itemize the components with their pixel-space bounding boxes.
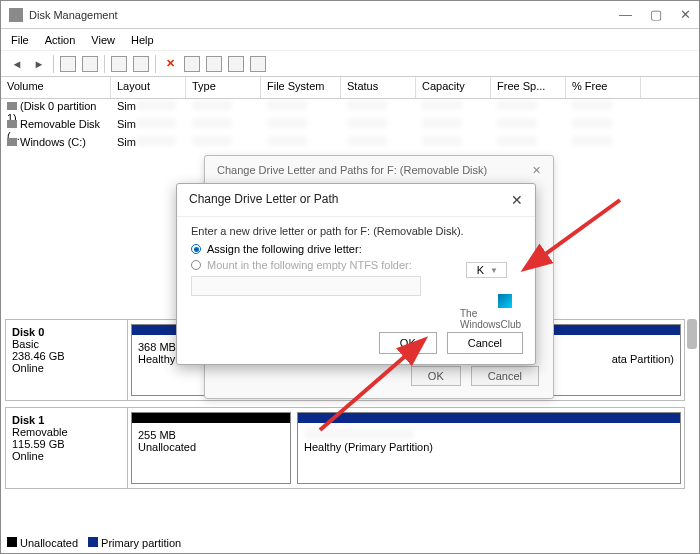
watermark-logo <box>498 294 512 308</box>
maximize-button[interactable]: ▢ <box>650 7 662 22</box>
inner-ok-button[interactable]: OK <box>379 332 437 354</box>
col-layout[interactable]: Layout <box>111 77 186 98</box>
toolbar-btn-6[interactable] <box>206 56 222 72</box>
outer-dialog-close-icon[interactable]: ✕ <box>532 164 541 177</box>
option-assign-letter[interactable]: Assign the following drive letter: <box>177 241 535 257</box>
mount-path-input <box>191 276 421 296</box>
col-filesystem[interactable]: File System <box>261 77 341 98</box>
change-letter-dialog: Change Drive Letter or Path ✕ Enter a ne… <box>176 183 536 365</box>
drive-letter-select[interactable]: K ▼ <box>466 262 507 278</box>
forward-icon[interactable]: ► <box>31 56 47 72</box>
menubar: File Action View Help <box>1 29 699 51</box>
outer-ok-button[interactable]: OK <box>411 366 461 386</box>
scrollbar-thumb[interactable] <box>687 319 697 349</box>
radio-mount[interactable] <box>191 260 201 270</box>
disk1-partition-unallocated[interactable]: 255 MB Unallocated <box>131 412 291 484</box>
volume-row[interactable]: (Disk 0 partition 1) Sim <box>1 99 699 117</box>
volume-row[interactable]: Windows (C:) Sim <box>1 135 699 153</box>
back-icon[interactable]: ◄ <box>9 56 25 72</box>
app-icon <box>9 8 23 22</box>
toolbar: ◄ ► ✕ <box>1 51 699 77</box>
minimize-button[interactable]: — <box>619 7 632 22</box>
chevron-down-icon: ▼ <box>490 266 498 275</box>
volume-icon <box>7 138 17 146</box>
toolbar-btn-2[interactable] <box>82 56 98 72</box>
volume-table-header: Volume Layout Type File System Status Ca… <box>1 77 699 99</box>
col-type[interactable]: Type <box>186 77 261 98</box>
toolbar-btn-7[interactable] <box>228 56 244 72</box>
col-volume[interactable]: Volume <box>1 77 111 98</box>
menu-view[interactable]: View <box>91 34 115 46</box>
window-title: Disk Management <box>29 9 118 21</box>
col-capacity[interactable]: Capacity <box>416 77 491 98</box>
inner-dialog-title: Change Drive Letter or Path <box>189 192 338 208</box>
toolbar-btn-1[interactable] <box>60 56 76 72</box>
toolbar-btn-8[interactable] <box>250 56 266 72</box>
separator <box>53 55 54 73</box>
toolbar-btn-3[interactable] <box>111 56 127 72</box>
volume-row[interactable]: Removable Disk (... Sim <box>1 117 699 135</box>
inner-cancel-button[interactable]: Cancel <box>447 332 523 354</box>
radio-assign[interactable] <box>191 244 201 254</box>
separator <box>155 55 156 73</box>
col-freespace[interactable]: Free Sp... <box>491 77 566 98</box>
close-button[interactable]: ✕ <box>680 7 691 22</box>
toolbar-btn-5[interactable] <box>184 56 200 72</box>
legend: Unallocated Primary partition <box>7 537 181 549</box>
legend-swatch-unallocated <box>7 537 17 547</box>
volume-icon <box>7 102 17 110</box>
separator <box>104 55 105 73</box>
toolbar-btn-4[interactable] <box>133 56 149 72</box>
delete-icon[interactable]: ✕ <box>162 56 178 72</box>
menu-file[interactable]: File <box>11 34 29 46</box>
watermark: The WindowsClub <box>460 294 521 330</box>
outer-cancel-button[interactable]: Cancel <box>471 366 539 386</box>
inner-dialog-close-icon[interactable]: ✕ <box>511 192 523 208</box>
outer-dialog-title: Change Drive Letter and Paths for F: (Re… <box>217 164 487 177</box>
legend-swatch-primary <box>88 537 98 547</box>
disk0-label: Disk 0 Basic 238.46 GB Online <box>6 320 128 400</box>
titlebar: Disk Management — ▢ ✕ <box>1 1 699 29</box>
disk1-label: Disk 1 Removable 115.59 GB Online <box>6 408 128 488</box>
col-pctfree[interactable]: % Free <box>566 77 641 98</box>
volume-icon <box>7 120 17 128</box>
menu-help[interactable]: Help <box>131 34 154 46</box>
col-status[interactable]: Status <box>341 77 416 98</box>
dialog-prompt: Enter a new drive letter or path for F: … <box>177 217 535 241</box>
disk1-pane: Disk 1 Removable 115.59 GB Online 255 MB… <box>5 407 685 489</box>
disk1-partition-primary[interactable]: Healthy (Primary Partition) <box>297 412 681 484</box>
menu-action[interactable]: Action <box>45 34 76 46</box>
